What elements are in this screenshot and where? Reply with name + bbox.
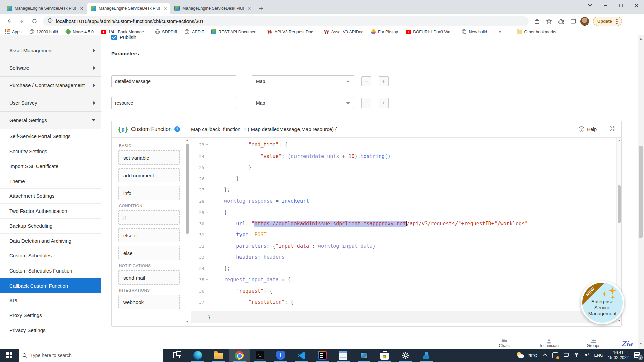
back-button[interactable] — [3, 16, 14, 27]
bookmark-item[interactable]: BOFURI: I Don't Wa... — [406, 29, 454, 35]
language-indicator[interactable]: ENG — [594, 353, 603, 358]
sidebar-item-privacy-settings[interactable]: Privacy Settings — [0, 323, 101, 338]
forward-button[interactable] — [16, 16, 27, 27]
scrollbar-thumb[interactable] — [186, 144, 189, 234]
wifi-icon[interactable] — [574, 352, 579, 359]
close-window-button[interactable] — [629, 0, 644, 11]
collapse-icon[interactable]: ▾ — [204, 139, 210, 151]
bookmark-item[interactable]: New build — [461, 29, 487, 35]
tab-close-icon[interactable] — [162, 6, 168, 11]
snippet-else[interactable]: else — [118, 246, 180, 260]
scroll-up-icon[interactable]: ▲ — [185, 138, 189, 142]
groups-button[interactable]: Groups — [571, 339, 616, 348]
edge-app[interactable] — [187, 349, 208, 362]
search-input[interactable] — [30, 353, 151, 358]
share-icon[interactable] — [532, 16, 542, 26]
param-type-select[interactable]: Map — [252, 97, 354, 109]
tab-close-icon[interactable] — [78, 6, 84, 11]
remove-param-button[interactable]: − — [361, 98, 371, 108]
collapse-icon[interactable]: ▾ — [204, 274, 210, 286]
sidebar-item-software[interactable]: Software — [0, 59, 101, 77]
sidebar-item-asset-management[interactable]: Asset Management — [0, 42, 101, 59]
side-panel-icon[interactable] — [568, 16, 578, 26]
bookmark-item[interactable]: 1/4 - Bank Manage... — [101, 29, 147, 35]
sidebar-item-user-survey[interactable]: User Survey — [0, 94, 101, 112]
site-info-icon[interactable] — [48, 18, 53, 24]
bookmarks-overflow-icon[interactable]: » — [499, 29, 501, 34]
tablet-mode-icon[interactable] — [563, 352, 569, 359]
bookmark-item[interactable]: REST API Documen... — [211, 29, 260, 35]
sidebar-item-security-settings[interactable]: Security Settings — [0, 144, 101, 159]
other-bookmarks[interactable]: Other bookmarks — [517, 29, 556, 35]
scrollbar-thumb[interactable] — [618, 185, 621, 223]
info-icon[interactable]: i — [174, 126, 180, 132]
param-name-input[interactable] — [111, 97, 236, 109]
sidebar-item-custom-schedules-function[interactable]: Custom Schedules Function — [0, 263, 101, 279]
snippet-webhook[interactable]: webhook — [118, 295, 180, 309]
sidebar-item-api[interactable]: API — [0, 293, 101, 308]
esm-badge[interactable]: NEW Enterprise Service Management — [581, 281, 624, 324]
apps-shortcut[interactable]: Apps — [5, 29, 22, 35]
sidebar-item-callback-custom-function[interactable]: Callback Custom Function — [0, 278, 101, 293]
scroll-down-icon[interactable]: ▼ — [638, 342, 644, 345]
volume-icon[interactable] — [584, 352, 590, 359]
sidebar-item-proxy-settings[interactable]: Proxy Settings — [0, 308, 101, 323]
browser-menu-icon[interactable] — [614, 17, 620, 25]
help-icon[interactable]: ? — [579, 126, 584, 132]
snippet-add-comment[interactable]: add comment — [118, 168, 180, 182]
bookmark-item[interactable]: API V3 Request Doc... — [267, 29, 317, 35]
sidebar-item-custom-schedules[interactable]: Custom Schedules — [0, 248, 101, 263]
help-label[interactable]: Help — [587, 127, 597, 132]
notification-center-button[interactable]: 3 — [633, 352, 641, 359]
fullscreen-icon[interactable] — [609, 126, 615, 133]
remove-param-button[interactable]: − — [361, 76, 371, 86]
zia-logo[interactable]: Zia — [616, 340, 638, 347]
reload-button[interactable] — [29, 16, 40, 27]
tab-close-icon[interactable] — [246, 6, 252, 11]
bookmark-item[interactable]: For Pitstop — [371, 29, 398, 35]
bookmark-item[interactable]: Node-4.5.0 — [65, 29, 94, 35]
bookmark-item[interactable]: 12000 build — [29, 29, 58, 35]
sidebar-item-theme[interactable]: Theme — [0, 174, 101, 189]
security-app[interactable] — [270, 349, 291, 362]
bookmark-item[interactable]: Asset V3 APIDoc — [324, 29, 363, 35]
collapse-icon[interactable]: ▾ — [204, 286, 210, 297]
snippet-if[interactable]: if — [118, 210, 180, 225]
notepad-app[interactable] — [333, 349, 354, 362]
start-button[interactable] — [0, 349, 19, 362]
intellij-app[interactable] — [312, 349, 333, 362]
collapse-icon[interactable] — [204, 151, 210, 162]
file-explorer-app[interactable] — [208, 349, 229, 362]
taskbar-clock[interactable]: 16:41 15-02-2022 — [608, 350, 629, 360]
bookmark-item[interactable]: SDPDIff — [155, 29, 177, 35]
sidebar-item-attachment-settings[interactable]: Attachment Settings — [0, 189, 101, 204]
collapse-icon[interactable]: ▾ — [204, 241, 210, 252]
weather-widget[interactable]: 29°C — [516, 351, 537, 359]
bookmark-star-icon[interactable] — [544, 16, 554, 26]
scroll-up-icon[interactable]: ▲ — [638, 37, 644, 40]
address-bar[interactable]: localhost:1010/app#/admin/custom-functio… — [43, 16, 529, 26]
hidden-icons-chevron[interactable] — [542, 352, 548, 359]
capture-app[interactable] — [354, 349, 374, 362]
settings-app[interactable] — [395, 349, 416, 362]
add-param-button[interactable]: + — [379, 76, 389, 86]
extensions-puzzle-icon[interactable] — [556, 16, 566, 26]
sidebar-item-two-factor[interactable]: Two Factor Authentication — [0, 204, 101, 219]
collapse-icon[interactable]: ▾ — [204, 297, 210, 308]
browser-tab-3[interactable]: ManageEngine ServiceDesk Plus — [170, 3, 254, 14]
sidebar-item-purchase-contract[interactable]: Purchase / Contract Management — [0, 77, 101, 94]
palette-scrollbar[interactable]: ▲▼ — [185, 138, 189, 325]
terminal-app[interactable] — [250, 349, 270, 362]
bookmark-item[interactable]: AEDiff — [184, 29, 204, 35]
vscode-app[interactable] — [291, 349, 312, 362]
tab-search-icon[interactable] — [582, 0, 598, 11]
snippet-send-mail[interactable]: send mail — [118, 270, 180, 285]
snippet-else-if[interactable]: else if — [118, 228, 180, 242]
scrollbar-thumb[interactable] — [639, 146, 643, 238]
sidebar-item-general-settings[interactable]: General Settings — [0, 112, 101, 129]
teams-icon[interactable] — [552, 352, 558, 358]
param-type-select[interactable]: Map — [252, 75, 354, 87]
chrome-update-button[interactable]: Update — [593, 17, 622, 26]
sidebar-item-data-deletion[interactable]: Data Deletion and Archiving — [0, 234, 101, 249]
add-param-button[interactable]: + — [379, 98, 389, 108]
